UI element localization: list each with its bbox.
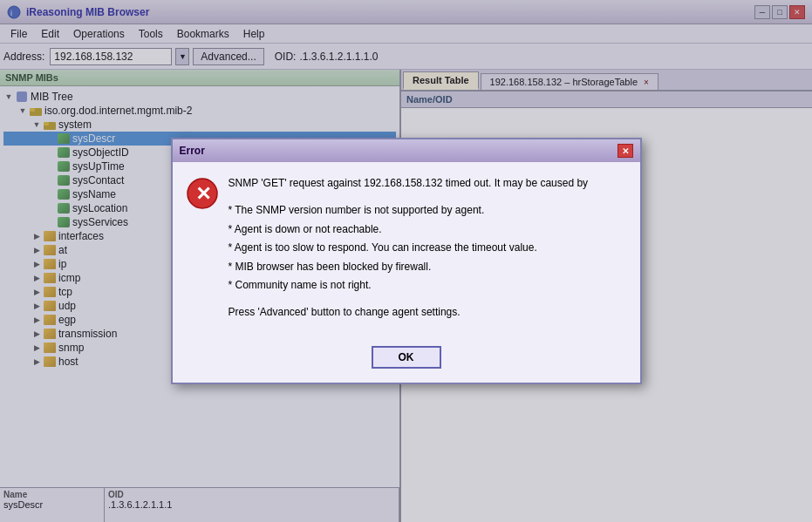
error-title-bar: Error ✕ <box>173 139 640 162</box>
error-body: ✕ SNMP 'GET' request against 192.168.158… <box>173 162 640 346</box>
bullet-2: * Agent is down or not reachable. <box>229 220 626 240</box>
bullet-4: * MIB browser has been blocked by firewa… <box>229 258 626 277</box>
error-title-text: Error <box>180 145 618 157</box>
error-dialog: Error ✕ ✕ SNMP 'GET' request against 192… <box>171 138 642 384</box>
error-ok-area: OK <box>173 346 640 383</box>
bullet-3: * Agent is too slow to respond. You can … <box>229 239 626 258</box>
error-icon: ✕ <box>187 178 218 209</box>
error-close-button[interactable]: ✕ <box>618 144 633 158</box>
error-bullets: * The SNMP version number is not support… <box>229 201 626 295</box>
bullet-5: * Community name is not right. <box>229 276 626 295</box>
error-content: SNMP 'GET' request against 192.168.158.1… <box>229 176 626 332</box>
svg-text:✕: ✕ <box>195 183 211 205</box>
error-main-text: SNMP 'GET' request against 192.168.158.1… <box>229 176 626 191</box>
ok-button[interactable]: OK <box>372 346 441 369</box>
bullet-1: * The SNMP version number is not support… <box>229 201 626 220</box>
error-overlay: Error ✕ ✕ SNMP 'GET' request against 192… <box>0 0 812 522</box>
error-press-text: Press 'Advanced' button to change agent … <box>229 306 626 318</box>
